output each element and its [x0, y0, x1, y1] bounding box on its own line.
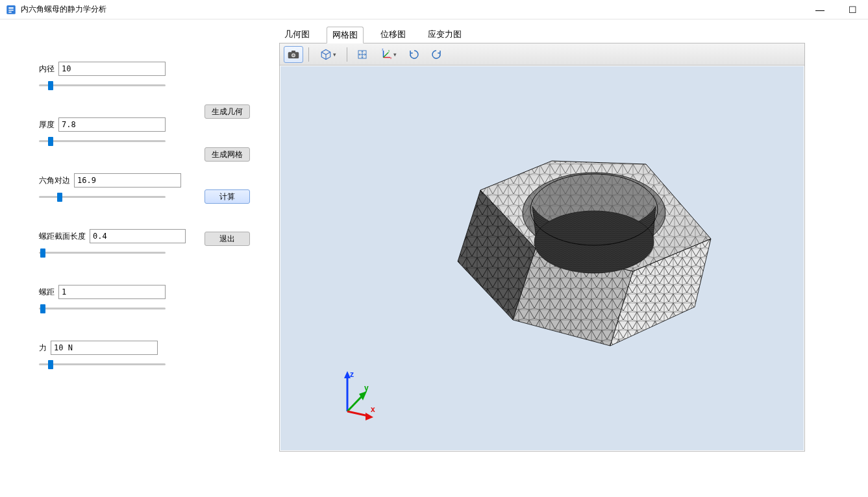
pitch-slider[interactable] [39, 303, 166, 315]
3d-viewport[interactable]: z y x [280, 66, 804, 451]
compute-button[interactable]: 计算 [205, 189, 250, 204]
force-input[interactable] [51, 341, 158, 355]
chevron-down-icon: ▾ [393, 51, 397, 58]
hex-af-label: 六角对边 [39, 175, 70, 186]
view-tabs: 几何图 网格图 位移图 应变力图 [279, 26, 868, 43]
move-icon[interactable] [353, 46, 372, 63]
cube-icon[interactable]: ▾ [314, 46, 341, 63]
titlebar: 内六角螺母的静力学分析 — ☐ [0, 0, 868, 19]
generate-geometry-button[interactable]: 生成几何 [205, 104, 250, 119]
tab-stress[interactable]: 应变力图 [423, 26, 467, 43]
hex-af-slider[interactable] [39, 191, 166, 203]
svg-text:x: x [390, 56, 392, 59]
generate-mesh-button[interactable]: 生成网格 [205, 147, 250, 162]
exit-button[interactable]: 退出 [205, 232, 250, 246]
camera-icon[interactable] [284, 46, 303, 63]
axis-z-label: z [350, 370, 354, 379]
rotate-ccw-icon[interactable] [427, 46, 446, 63]
thickness-label: 厚度 [39, 119, 55, 130]
parameters-panel: 内径 厚度 六角对边 [0, 19, 279, 497]
inner-diameter-slider[interactable] [39, 80, 166, 91]
window-controls: — ☐ [813, 5, 863, 15]
window-title: 内六角螺母的静力学分析 [21, 4, 106, 15]
svg-point-4 [292, 54, 294, 56]
view-toolbar: ▾ z y x ▾ [280, 43, 804, 66]
svg-text:y: y [388, 49, 390, 53]
axis-gizmo: z y x [336, 369, 381, 421]
toolbar-separator [347, 47, 347, 62]
thickness-input[interactable] [58, 117, 166, 132]
pitch-section-input[interactable] [90, 229, 186, 243]
pitch-input[interactable] [58, 285, 166, 299]
app-icon [5, 4, 17, 16]
pitch-section-slider[interactable] [39, 247, 166, 259]
pitch-section-label: 螺距截面长度 [39, 231, 86, 242]
toolbar-separator [308, 47, 309, 62]
axis-y-label: y [364, 383, 369, 393]
param-thickness: 厚度 [39, 117, 260, 147]
chevron-down-icon: ▾ [333, 51, 336, 58]
svg-line-8 [383, 53, 388, 58]
inner-diameter-label: 内径 [39, 64, 55, 75]
axis-x-label: x [371, 405, 375, 414]
minimize-button[interactable]: — [813, 5, 826, 15]
param-pitch: 螺距 [39, 285, 260, 315]
thickness-slider[interactable] [39, 136, 166, 147]
maximize-button[interactable]: ☐ [846, 5, 859, 15]
pitch-label: 螺距 [39, 287, 55, 298]
hex-af-input[interactable] [74, 173, 181, 188]
param-inner-diameter: 内径 [39, 62, 260, 91]
tab-geometry[interactable]: 几何图 [279, 26, 315, 43]
tab-mesh[interactable]: 网格图 [327, 27, 364, 43]
svg-point-19 [534, 211, 654, 273]
param-force: 力 [39, 341, 260, 370]
svg-line-25 [347, 411, 368, 416]
inner-diameter-input[interactable] [58, 62, 166, 76]
main-area: 几何图 网格图 位移图 应变力图 ▾ [279, 19, 868, 497]
svg-rect-2 [291, 51, 295, 53]
view-container: ▾ z y x ▾ [279, 43, 805, 452]
svg-line-23 [347, 395, 363, 411]
rotate-cw-icon[interactable] [404, 46, 424, 63]
force-slider[interactable] [39, 359, 166, 370]
axes-icon[interactable]: z y x ▾ [375, 46, 402, 63]
force-label: 力 [39, 343, 47, 354]
tab-disp[interactable]: 位移图 [375, 26, 411, 43]
